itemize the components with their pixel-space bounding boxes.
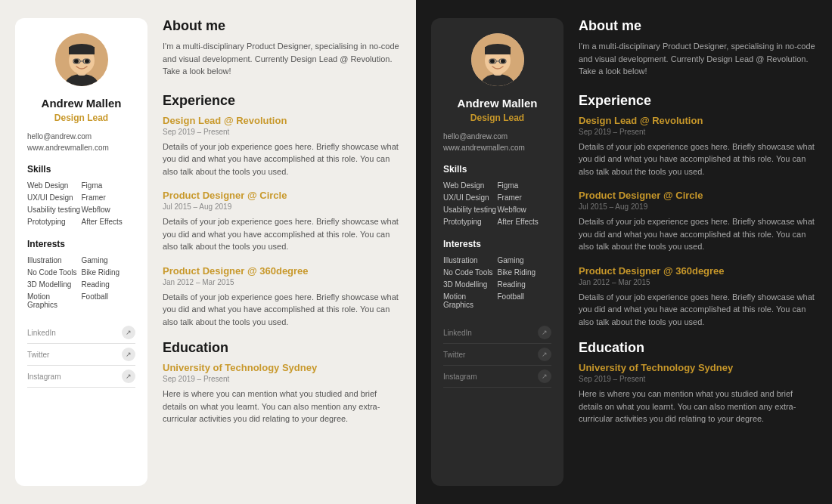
interest-gaming: Gaming: [82, 255, 136, 265]
profile-name: Andrew Mallen: [27, 97, 135, 110]
edu1-title-light: University of Technology Sydney: [163, 362, 401, 373]
instagram-label: Instagram: [27, 373, 61, 381]
skill-uxui: UX/UI Design: [27, 193, 82, 203]
social-twitter-dark[interactable]: Twitter ↗: [443, 344, 551, 366]
avatar-wrapper: [27, 33, 135, 86]
instagram-icon: ↗: [122, 369, 135, 383]
job3-date-light: Jan 2012 – Mar 2015: [163, 278, 401, 286]
job1-desc-dark: Details of your job experience goes here…: [579, 141, 817, 178]
main-content-light: About me I'm a multi-disciplinary Produc…: [163, 18, 401, 486]
skills-section-title-dark: Skills: [443, 164, 551, 175]
instagram-icon-dark: ↗: [538, 369, 551, 383]
interest-reading-dark: Reading: [498, 280, 552, 289]
interest-gaming-dark: Gaming: [498, 255, 552, 265]
job1-title-light: Design Lead @ Revolution: [163, 115, 401, 126]
instagram-label-dark: Instagram: [443, 373, 477, 381]
interest-nocode-dark: No Code Tools: [443, 267, 498, 277]
twitter-label: Twitter: [27, 351, 49, 359]
skill-framer-dark: Framer: [498, 193, 552, 203]
linkedin-icon: ↗: [122, 326, 135, 339]
job2-desc-light: Details of your job experience goes here…: [163, 215, 401, 253]
skills-section-title: Skills: [27, 164, 135, 175]
skill-web-design: Web Design: [27, 181, 82, 190]
profile-title-dark: Design Lead: [443, 113, 551, 123]
skill-usability: Usability testing: [27, 205, 82, 215]
education-title-light: Education: [163, 340, 401, 356]
interest-reading: Reading: [82, 280, 136, 289]
skill-webflow-dark: Webflow: [498, 205, 552, 215]
job1-title-dark: Design Lead @ Revolution: [579, 115, 817, 126]
avatar-dark: [471, 33, 524, 86]
experience-title-dark: Experience: [579, 93, 817, 109]
social-instagram-dark[interactable]: Instagram ↗: [443, 366, 551, 388]
avatar: [55, 33, 108, 86]
interest-motiongraphics-dark: Motion Graphics: [443, 292, 498, 310]
skills-grid-dark: Web Design Figma UX/UI Design Framer Usa…: [443, 181, 551, 227]
interests-grid-dark: Illustration Gaming No Code Tools Bike R…: [443, 255, 551, 310]
sidebar-dark: Andrew Mallen Design Lead hello@andrew.c…: [431, 18, 563, 486]
skill-figma: Figma: [82, 181, 136, 190]
skill-prototyping-dark: Prototyping: [443, 217, 498, 227]
about-text-dark: I'm a multi-disciplinary Product Designe…: [579, 40, 817, 78]
job1-date-dark: Sep 2019 – Present: [579, 128, 817, 136]
profile-email-dark: hello@andrew.com: [443, 132, 551, 141]
job3-title-dark: Product Designer @ 360degree: [579, 265, 817, 277]
social-linkedin[interactable]: LinkedIn ↗: [27, 322, 135, 344]
profile-title: Design Lead: [27, 113, 135, 123]
job2-title-dark: Product Designer @ Circle: [579, 190, 817, 201]
job3-desc-dark: Details of your job experience goes here…: [579, 291, 817, 329]
skill-web-design-dark: Web Design: [443, 181, 498, 190]
profile-name-dark: Andrew Mallen: [443, 97, 551, 110]
job2-date-light: Jul 2015 – Aug 2019: [163, 203, 401, 211]
about-text-light: I'm a multi-disciplinary Product Designe…: [163, 40, 401, 78]
interest-football-dark: Football: [498, 292, 552, 310]
sidebar-light: Andrew Mallen Design Lead hello@andrew.c…: [15, 18, 147, 486]
job2-title-light: Product Designer @ Circle: [163, 190, 401, 201]
social-twitter[interactable]: Twitter ↗: [27, 344, 135, 366]
interest-bikeriding-dark: Bike Riding: [498, 267, 552, 277]
edu1-date-light: Sep 2019 – Present: [163, 375, 401, 383]
skill-usability-dark: Usability testing: [443, 205, 498, 215]
social-linkedin-dark[interactable]: LinkedIn ↗: [443, 322, 551, 344]
avatar-wrapper-dark: [443, 33, 551, 86]
job1-date-light: Sep 2019 – Present: [163, 128, 401, 136]
social-instagram[interactable]: Instagram ↗: [27, 366, 135, 388]
edu1-date-dark: Sep 2019 – Present: [579, 375, 817, 383]
interest-3dmodelling: 3D Modelling: [27, 280, 82, 289]
interest-illustration-dark: Illustration: [443, 255, 498, 265]
linkedin-label-dark: LinkedIn: [443, 329, 472, 337]
linkedin-icon-dark: ↗: [538, 326, 551, 339]
job1-desc-light: Details of your job experience goes here…: [163, 141, 401, 178]
interest-bikeriding: Bike Riding: [82, 267, 136, 277]
edu1-desc-dark: Here is where you can mention what you s…: [579, 388, 817, 425]
job3-date-dark: Jan 2012 – Mar 2015: [579, 278, 817, 286]
job3-desc-light: Details of your job experience goes here…: [163, 291, 401, 329]
profile-website-dark: www.andrewmallen.com: [443, 144, 551, 152]
interest-football: Football: [82, 292, 136, 310]
interest-motiongraphics: Motion Graphics: [27, 292, 82, 310]
job3-title-light: Product Designer @ 360degree: [163, 265, 401, 277]
about-title-light: About me: [163, 18, 401, 34]
edu1-title-dark: University of Technology Sydney: [579, 362, 817, 373]
twitter-icon-dark: ↗: [538, 348, 551, 361]
svg-point-17: [490, 59, 495, 63]
svg-rect-5: [69, 47, 95, 54]
skill-prototyping: Prototyping: [27, 217, 82, 227]
skills-grid: Web Design Figma UX/UI Design Framer Usa…: [27, 181, 135, 227]
profile-email: hello@andrew.com: [27, 132, 135, 141]
interest-3dmodelling-dark: 3D Modelling: [443, 280, 498, 289]
twitter-label-dark: Twitter: [443, 351, 465, 359]
right-panel: Andrew Mallen Design Lead hello@andrew.c…: [416, 0, 832, 504]
interests-section-title: Interests: [27, 239, 135, 249]
interest-illustration: Illustration: [27, 255, 82, 265]
svg-point-7: [85, 59, 89, 63]
skill-figma-dark: Figma: [498, 181, 552, 190]
skill-webflow: Webflow: [82, 205, 136, 215]
svg-rect-16: [485, 47, 511, 54]
experience-title-light: Experience: [163, 93, 401, 109]
twitter-icon: ↗: [122, 348, 135, 361]
left-panel: Andrew Mallen Design Lead hello@andrew.c…: [0, 0, 416, 504]
job2-date-dark: Jul 2015 – Aug 2019: [579, 203, 817, 211]
linkedin-label: LinkedIn: [27, 329, 56, 337]
about-title-dark: About me: [579, 18, 817, 34]
